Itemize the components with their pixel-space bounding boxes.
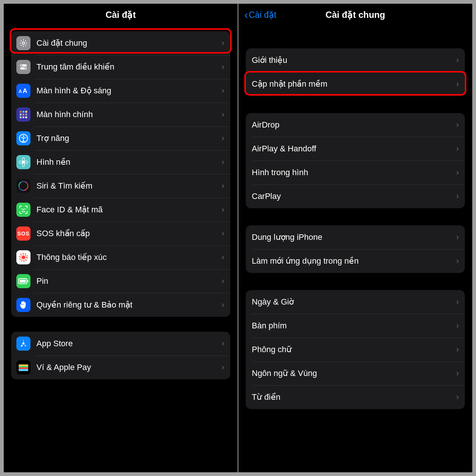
row-fonts[interactable]: Phông chữ › — [246, 338, 465, 361]
row-label: AirDrop — [252, 120, 456, 130]
svg-point-27 — [25, 209, 25, 209]
svg-rect-14 — [23, 116, 25, 118]
row-label: Từ điển — [252, 392, 456, 402]
row-label: Pin — [36, 276, 222, 286]
row-label: SOS khẩn cấp — [36, 229, 222, 238]
svg-point-4 — [25, 68, 26, 69]
row-label: Màn hình chính — [36, 110, 222, 119]
chevron-right-icon: › — [222, 363, 224, 372]
page-title: Cài đặt chung — [325, 10, 385, 20]
sos-icon: SOS — [16, 226, 30, 241]
wallet-icon — [16, 360, 30, 374]
row-airdrop[interactable]: AirDrop › — [246, 113, 465, 137]
row-software-update[interactable]: Cập nhật phần mềm › — [246, 72, 465, 96]
row-carplay[interactable]: CarPlay › — [246, 184, 465, 208]
row-faceid[interactable]: Face ID & Mật mã › — [11, 198, 230, 222]
battery-icon — [16, 274, 30, 288]
text-size-icon: AA — [16, 84, 30, 98]
chevron-right-icon: › — [456, 321, 459, 331]
general-list: Giới thiệu › Cập nhật phần mềm › AirDrop… — [238, 26, 472, 409]
chevron-right-icon: › — [222, 253, 224, 262]
row-dictionary[interactable]: Từ điển › — [246, 385, 465, 409]
row-datetime[interactable]: Ngày & Giờ › — [246, 290, 465, 314]
chevron-right-icon: › — [456, 144, 459, 154]
svg-rect-33 — [27, 280, 28, 282]
row-label: Cập nhật phần mềm — [252, 79, 456, 89]
row-label: Siri & Tìm kiếm — [36, 181, 222, 191]
row-keyboard[interactable]: Bàn phím › — [246, 314, 465, 338]
row-control-center[interactable]: Trung tâm điều khiển › — [11, 55, 230, 79]
page-title: Cài đặt — [106, 10, 136, 20]
row-about[interactable]: Giới thiệu › — [246, 48, 465, 72]
svg-point-28 — [22, 255, 25, 259]
row-display[interactable]: AA Màn hình & Độ sáng › — [11, 79, 230, 103]
row-siri[interactable]: Siri & Tìm kiếm › — [11, 174, 230, 198]
row-label: Hình nền — [36, 157, 222, 167]
row-label: Ví & Apple Pay — [36, 363, 222, 372]
gear-icon — [16, 36, 30, 50]
app-grid-icon — [16, 107, 30, 122]
siri-icon — [16, 179, 30, 193]
hand-icon — [16, 298, 30, 312]
chevron-right-icon: › — [222, 300, 224, 310]
row-storage[interactable]: Dung lượng iPhone › — [246, 225, 465, 249]
toggles-icon — [16, 60, 30, 74]
chevron-right-icon: › — [222, 134, 224, 143]
exposure-icon — [16, 250, 30, 264]
row-home-screen[interactable]: Màn hình chính › — [11, 103, 230, 126]
row-label: Giới thiệu — [252, 55, 456, 65]
svg-rect-10 — [20, 114, 22, 116]
svg-point-26 — [22, 209, 22, 209]
row-label: Phông chữ — [252, 345, 456, 354]
general-settings-screen: ‹ Cài đặt Cài đặt chung Giới thiệu › Cập… — [238, 4, 472, 472]
group-locale: Ngày & Giờ › Bàn phím › Phông chữ › Ngôn… — [246, 290, 465, 409]
chevron-right-icon: › — [222, 38, 224, 48]
row-label: CarPlay — [252, 192, 456, 201]
chevron-right-icon: › — [456, 120, 459, 130]
svg-rect-9 — [25, 111, 27, 113]
chevron-right-icon: › — [456, 79, 459, 89]
header: ‹ Cài đặt Cài đặt chung — [238, 4, 472, 26]
row-exposure[interactable]: Thông báo tiếp xúc › — [11, 245, 230, 269]
row-appstore[interactable]: App Store › — [11, 332, 230, 356]
row-language[interactable]: Ngôn ngữ & Vùng › — [246, 361, 465, 385]
svg-rect-11 — [23, 114, 25, 116]
row-privacy[interactable]: Quyền riêng tư & Bảo mật › — [11, 293, 230, 317]
settings-group-main: Cài đặt chung › Trung tâm điều khiển › A… — [11, 31, 230, 317]
chevron-right-icon: › — [222, 62, 224, 72]
row-wallet[interactable]: Ví & Apple Pay › — [11, 356, 230, 379]
row-wallpaper[interactable]: Hình nền › — [11, 150, 230, 174]
flower-icon — [16, 155, 30, 169]
row-airplay[interactable]: AirPlay & Handoff › — [246, 137, 465, 161]
svg-text:A: A — [23, 87, 27, 94]
row-accessibility[interactable]: Trợ năng › — [11, 126, 230, 150]
row-label: Ngôn ngữ & Vùng — [252, 369, 456, 378]
back-button[interactable]: ‹ Cài đặt — [244, 9, 276, 21]
row-general[interactable]: Cài đặt chung › — [11, 31, 230, 55]
row-battery[interactable]: Pin › — [11, 269, 230, 293]
chevron-left-icon: ‹ — [244, 9, 248, 21]
row-pip[interactable]: Hình trong hình › — [246, 161, 465, 184]
row-label: Face ID & Mật mã — [36, 205, 222, 215]
chevron-right-icon: › — [222, 181, 224, 191]
chevron-right-icon: › — [456, 168, 459, 177]
chevron-right-icon: › — [222, 229, 224, 238]
row-label: AirPlay & Handoff — [252, 144, 456, 154]
row-label: Trung tâm điều khiển — [36, 62, 222, 72]
chevron-right-icon: › — [456, 55, 459, 65]
faceid-icon — [16, 203, 30, 217]
group-about: Giới thiệu › Cập nhật phần mềm › — [246, 48, 465, 96]
svg-rect-32 — [20, 280, 26, 283]
chevron-right-icon: › — [456, 232, 459, 242]
row-bg-refresh[interactable]: Làm mới ứng dụng trong nền › — [246, 249, 465, 273]
row-label: Trợ năng — [36, 134, 222, 143]
svg-text:A: A — [19, 89, 22, 94]
row-sos[interactable]: SOS SOS khẩn cấp › — [11, 222, 230, 245]
row-label: Quyền riêng tư & Bảo mật — [36, 300, 222, 310]
chevron-right-icon: › — [456, 297, 459, 307]
row-label: Hình trong hình — [252, 168, 456, 177]
svg-rect-15 — [25, 116, 27, 118]
accessibility-icon — [16, 131, 30, 145]
row-label: Ngày & Giờ — [252, 297, 456, 307]
chevron-right-icon: › — [222, 86, 224, 96]
